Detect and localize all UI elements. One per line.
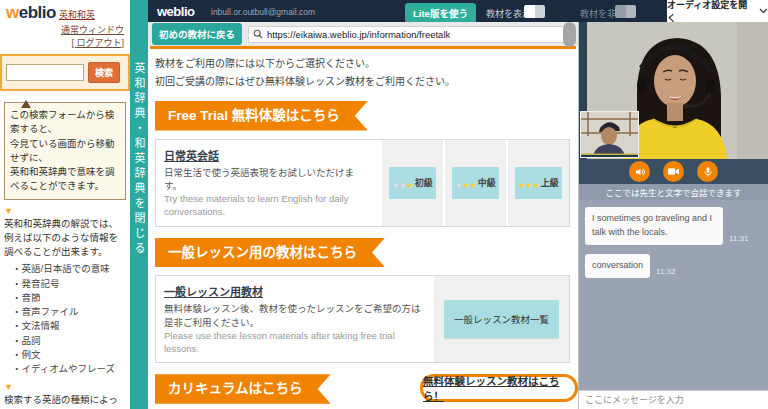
dictionary-sidebar: weblio英和和英 通常ウィンドウ [ ログアウト] 検索 この検索フォームか… [0,0,130,409]
level-badge-intermediate: ★★★中級 [452,167,499,199]
chevron-down-icon [759,8,768,14]
chat-timestamp: 11:32 [656,267,675,276]
level-badge-advanced: ★★★上級 [515,167,562,199]
general-lesson-link[interactable]: 一般レッスン用教材 [164,283,263,299]
logout-link[interactable]: [ ログアウト] [0,37,124,50]
weblio-logo[interactable]: weblio [6,3,56,22]
speaker-button[interactable] [629,161,650,182]
dictionary-intro-text: 英和和英辞典の解説では、例えば以下のような情報を調べることが出来ます。 [4,217,126,260]
audio-settings-label: オーディオ設定を開く [667,0,754,24]
star-icon: ★ [399,181,406,190]
audio-settings-button[interactable]: オーディオ設定を開く [667,0,768,22]
feature-item: イディオムやフレーズ [12,362,126,376]
teacher-video [579,22,768,159]
url-bar[interactable]: https://eikaiwa.weblio.jp/information/fr… [248,26,564,43]
feature-item: 品詞 [12,334,126,348]
general-lesson-desc-en: Please use these lesson materials after … [164,330,424,356]
feature-item: 例文 [12,348,126,362]
weblio-eikaiwa-lesson-screen: weblio英和和英 通常ウィンドウ [ ログアウト] 検索 この検索フォームか… [0,0,768,409]
weblio-header-logo: weblio [157,4,194,19]
level-cell-intermediate[interactable]: ★★★中級 [443,140,506,226]
free-trial-materials-overlay-link[interactable]: 無料体験レッスン教材はこちら！ [420,374,578,402]
lite-version-button[interactable]: Lite版を使う [405,3,476,23]
show-materials-toggle[interactable] [524,5,545,18]
star-icon: ★ [470,181,477,190]
top-navigation-bar: weblio inbull.or.outbull@gmail.com Lite版… [148,0,768,22]
feature-item: 英語/日本語での意味 [12,262,126,276]
speaker-icon [634,166,646,178]
dict-type-link[interactable]: 英和和英 [59,10,95,20]
student-video-feed [581,112,638,157]
close-dictionary-label: 英和辞典・和英辞典を閉じる [131,62,147,257]
material-toolbar: 初めの教材に戻る https://eikaiwa.weblio.jp/infor… [148,22,578,46]
search-icon [253,29,263,39]
close-dictionary-bar[interactable]: 英和辞典・和英辞典を閉じる [130,0,148,409]
star-icon: ★ [407,181,414,190]
intro-line-1: 教材をご利用の際には以下からご選択ください。 [155,58,375,69]
camera-icon [667,165,680,178]
chat-message: I sometimes go traveling and I talk with… [585,207,762,245]
general-lesson-banner: 一般レッスン用の教材はこちら [155,238,385,268]
general-lesson-card: 一般レッスン用教材 無料体験レッスン後、教材を使ったレッスンをご希望の方は是非ご… [155,275,570,363]
daily-english-desc-jp: 日常生活で使う英語表現をお試しいただけます。 [164,166,372,194]
chat-message-list[interactable]: I sometimes go traveling and I talk with… [579,200,768,390]
dictionary-search-form: 検索 [0,54,130,91]
lesson-material-panel: 初めの教材に戻る https://eikaiwa.weblio.jp/infor… [148,22,578,409]
call-controls [579,159,768,184]
url-text: https://eikaiwa.weblio.jp/information/fr… [267,29,450,40]
star-rating: ★★★ [518,174,540,192]
daily-english-card: 日常英会話 日常生活で使う英語表現をお試しいただけます。 Try these m… [155,139,570,227]
content-scrollbar[interactable] [563,22,576,47]
chat-timestamp: 11:31 [729,234,748,243]
star-rating: ★★★ [455,174,477,192]
star-icon: ★ [525,181,532,190]
dictionary-search-button[interactable]: 検索 [88,62,120,83]
search-form-tooltip: この検索フォームから検索すると、 今見ている画面から移動せずに、 英和和英辞典で… [4,102,126,200]
feature-item: 発音記号 [12,277,126,291]
microphone-icon [702,166,714,178]
level-label: 上級 [541,176,559,189]
back-to-first-material-button[interactable]: 初めの教材に戻る [152,23,242,45]
camera-button[interactable] [663,161,684,182]
microphone-button[interactable] [697,161,718,182]
chat-message-input[interactable] [581,395,766,405]
dictionary-feature-list: 英語/日本語での意味 発音記号 音節 音声ファイル 文法情報 品詞 例文 イディ… [12,262,126,376]
intro-line-2: 初回ご受講の際にはぜひ無料体験レッスン教材をご利用ください。 [155,76,455,87]
chat-bubble: I sometimes go traveling and I talk with… [585,207,723,245]
normal-window-link[interactable]: 通常ウィンドウ [0,24,124,37]
dictionary-search-input[interactable] [6,64,84,81]
daily-english-link[interactable]: 日常英会話 [164,147,219,163]
star-icon: ★ [533,181,540,190]
star-icon: ★ [462,181,469,190]
dictionary-logo-row: weblio英和和英 [0,0,130,23]
account-email: inbull.or.outbull@gmail.com [211,7,315,17]
chat-bubble: conversation [585,254,650,278]
video-chat-panel: ここでは先生と文字で会話できます I sometimes go travelin… [578,22,768,409]
level-badge-beginner: ★★★初級 [389,167,436,199]
general-materials-list-button[interactable]: 一般レッスン教材一覧 [444,300,559,338]
feature-item: 文法情報 [12,319,126,333]
level-cell-advanced[interactable]: ★★★上級 [506,140,569,226]
feature-item: 音節 [12,291,126,305]
section-arrow-icon: ▼ [4,383,130,392]
level-cell-beginner[interactable]: ★★★初級 [380,140,443,226]
feature-item: 音声ファイル [12,305,126,319]
general-lesson-desc-jp: 無料体験レッスン後、教材を使ったレッスンをご希望の方は是非ご利用ください。 [164,302,424,330]
star-rating: ★★★ [392,174,414,192]
level-label: 初級 [415,176,433,189]
section-arrow-icon: ▼ [4,207,130,216]
material-content: 教材をご利用の際には以下からご選択ください。 初回ご受講の際にはぜひ無料体験レッ… [148,49,578,409]
free-trial-banner: Free Trial 無料体験はこちら [155,101,368,131]
student-self-view [580,111,639,158]
level-label: 中級 [478,176,496,189]
dictionary-note-1: 検索する英語の種類によっては、「変化形」や「学習レベル」を調べべることもできます… [4,393,126,409]
daily-english-desc-en: Try these materials to learn English for… [164,193,372,219]
hide-materials-toggle[interactable] [615,5,636,18]
chat-header: ここでは先生と文字で会話できます [579,184,768,200]
chat-input-bar [579,390,768,409]
curriculum-banner: カリキュラムはこちら [155,374,331,404]
chat-message: conversation 11:32 [585,254,762,278]
